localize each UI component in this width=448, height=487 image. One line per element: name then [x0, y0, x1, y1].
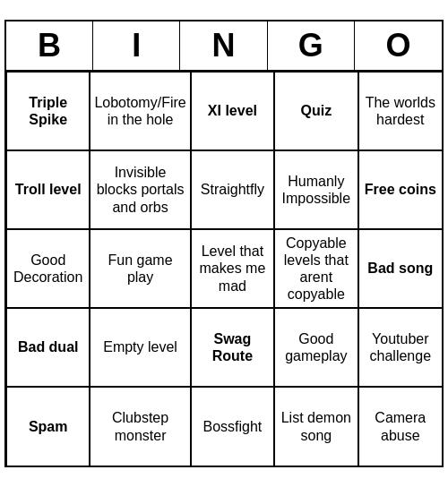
bingo-cell: Spam — [6, 387, 90, 466]
bingo-cell: Clubstep monster — [90, 387, 190, 466]
cell-label: Straightfly — [201, 181, 264, 198]
bingo-cell: Good Decoration — [6, 229, 90, 308]
cell-label: Clubstep monster — [94, 409, 185, 443]
bingo-cell: Empty level — [90, 308, 190, 387]
cell-label: Quiz — [301, 102, 332, 119]
cell-label: Swag Route — [195, 330, 270, 364]
bingo-header: BINGO — [6, 21, 442, 72]
cell-label: Good gameplay — [279, 330, 353, 364]
bingo-cell: Invisible blocks portals and orbs — [90, 150, 190, 229]
header-letter: B — [6, 21, 93, 70]
cell-label: Free coins — [365, 181, 436, 198]
bingo-cell: Fun game play — [90, 229, 190, 308]
cell-label: Bossfight — [203, 418, 263, 435]
cell-label: Camera abuse — [363, 409, 438, 443]
bingo-cell: Swag Route — [191, 308, 274, 387]
cell-label: Invisible blocks portals and orbs — [94, 164, 185, 216]
cell-label: Troll level — [15, 181, 82, 198]
cell-label: Good Decoration — [11, 252, 85, 286]
bingo-card: BINGO Triple SpikeLobotomy/Fire in the h… — [4, 20, 444, 467]
bingo-cell: Copyable levels that arent copyable — [274, 229, 358, 308]
cell-label: Fun game play — [94, 252, 185, 286]
bingo-cell: Straightfly — [191, 150, 274, 229]
cell-label: Level that makes me mad — [195, 243, 270, 295]
bingo-cell: Good gameplay — [274, 308, 358, 387]
bingo-cell: Humanly Impossible — [274, 150, 358, 229]
cell-label: Bad song — [367, 260, 433, 277]
cell-label: Triple Spike — [11, 94, 85, 128]
cell-label: Humanly Impossible — [279, 173, 353, 207]
bingo-cell: Bad dual — [6, 308, 90, 387]
cell-label: Copyable levels that arent copyable — [279, 235, 353, 303]
header-letter: I — [93, 21, 180, 70]
header-letter: O — [355, 21, 442, 70]
bingo-cell: Bossfight — [191, 387, 274, 466]
header-letter: N — [180, 21, 267, 70]
bingo-cell: Bad song — [358, 229, 442, 308]
cell-label: Empty level — [103, 338, 177, 355]
bingo-cell: Lobotomy/Fire in the hole — [90, 72, 190, 150]
bingo-cell: Camera abuse — [358, 387, 442, 466]
bingo-cell: Youtuber challenge — [358, 308, 442, 387]
cell-label: List demon song — [279, 409, 353, 443]
bingo-cell: Free coins — [358, 150, 442, 229]
bingo-cell: The worlds hardest — [358, 72, 442, 150]
cell-label: Youtuber challenge — [363, 330, 438, 364]
bingo-cell: Triple Spike — [6, 72, 90, 150]
bingo-cell: Quiz — [274, 72, 358, 150]
bingo-cell: XI level — [191, 72, 274, 150]
bingo-cell: Level that makes me mad — [191, 229, 274, 308]
cell-label: Bad dual — [18, 338, 79, 355]
cell-label: Spam — [29, 418, 68, 435]
header-letter: G — [268, 21, 355, 70]
bingo-cell: Troll level — [6, 150, 90, 229]
bingo-cell: List demon song — [274, 387, 358, 466]
bingo-grid: Triple SpikeLobotomy/Fire in the holeXI … — [6, 72, 442, 466]
cell-label: Lobotomy/Fire in the hole — [94, 94, 185, 128]
cell-label: XI level — [208, 102, 257, 119]
cell-label: The worlds hardest — [363, 94, 438, 128]
